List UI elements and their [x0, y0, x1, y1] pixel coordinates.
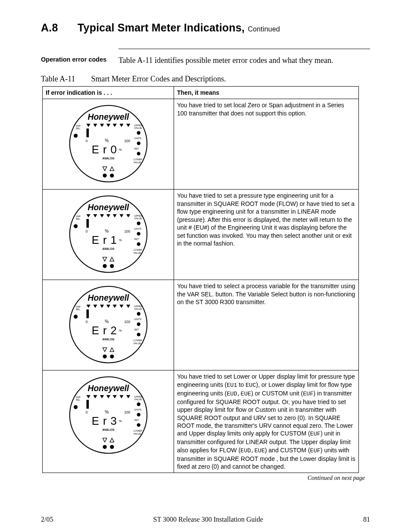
- svg-point-18: [74, 134, 78, 138]
- description-cell: You have tried to select a process varia…: [174, 280, 359, 370]
- svg-text:UNITS: UNITS: [134, 318, 141, 321]
- continued-note: Continued on next page: [41, 475, 365, 482]
- footer-date: 2/05: [41, 516, 53, 523]
- svg-point-63: [110, 264, 114, 268]
- smart-meter-icon: Honeywell 0 % 100 E r 0 % ANALOG VAR SEL…: [68, 104, 148, 184]
- svg-marker-100: [100, 395, 104, 398]
- svg-marker-6: [112, 124, 116, 127]
- description-cell: You have tried to set Lower or Upper dis…: [174, 370, 359, 473]
- svg-point-21: [137, 131, 140, 135]
- svg-text:UPPER: UPPER: [134, 215, 142, 217]
- svg-point-89: [137, 333, 140, 336]
- svg-text:%: %: [118, 420, 121, 423]
- table-header-meaning: Then, it means: [174, 87, 359, 99]
- svg-text:0: 0: [85, 229, 87, 233]
- svg-text:100: 100: [124, 410, 130, 414]
- svg-text:VAR: VAR: [75, 215, 80, 218]
- footer-page: 81: [363, 516, 370, 523]
- svg-point-87: [137, 323, 140, 326]
- svg-text:ANALOG: ANALOG: [102, 248, 114, 251]
- svg-point-126: [103, 445, 106, 449]
- svg-text:VALUE: VALUE: [134, 308, 142, 311]
- svg-marker-68: [100, 305, 104, 308]
- intro-label: Operation error codes: [41, 56, 118, 63]
- svg-rect-73: [86, 310, 89, 318]
- svg-text:100: 100: [124, 229, 130, 233]
- svg-text:100: 100: [124, 320, 130, 324]
- svg-text:100: 100: [124, 139, 130, 143]
- svg-marker-39: [119, 215, 123, 218]
- svg-marker-38: [112, 215, 116, 218]
- svg-text:VALUE: VALUE: [133, 432, 141, 435]
- smart-meter-icon: Honeywell 0 % 100 E r 3 % ANALOG VAR SEL…: [68, 375, 148, 455]
- svg-point-62: [103, 264, 106, 268]
- svg-marker-92: [103, 348, 106, 352]
- svg-text:SEL.: SEL.: [75, 399, 81, 401]
- svg-point-50: [74, 224, 78, 228]
- intro-text: Table A-11 identifies possible meter err…: [118, 56, 370, 65]
- horizontal-rule: [118, 49, 370, 49]
- svg-text:VALUE: VALUE: [133, 252, 141, 254]
- svg-text:0: 0: [85, 410, 87, 414]
- svg-text:UNITS: UNITS: [134, 409, 141, 411]
- table-label: Table A-11: [41, 75, 89, 84]
- svg-text:%: %: [105, 319, 109, 324]
- svg-text:UNITS: UNITS: [134, 137, 141, 140]
- svg-marker-69: [106, 305, 110, 308]
- svg-text:UPPER: UPPER: [134, 305, 142, 308]
- svg-text:SET: SET: [134, 329, 139, 331]
- section-continued: Continued: [248, 25, 280, 33]
- svg-marker-4: [100, 124, 104, 127]
- svg-marker-28: [103, 167, 106, 171]
- svg-text:VALUE: VALUE: [134, 398, 142, 401]
- svg-text:%: %: [118, 239, 121, 243]
- svg-marker-102: [112, 395, 116, 398]
- svg-marker-103: [119, 395, 123, 398]
- svg-point-85: [137, 312, 140, 316]
- svg-marker-37: [106, 215, 110, 218]
- svg-text:UPPER: UPPER: [134, 395, 142, 398]
- svg-text:VAR: VAR: [75, 124, 80, 127]
- svg-point-23: [137, 142, 140, 145]
- meter-cell: Honeywell 0 % 100 E r 2 % ANALOG VAR SEL…: [43, 280, 174, 370]
- section-number: A.8: [41, 22, 78, 34]
- meter-cell: Honeywell 0 % 100 E r 3 % ANALOG VAR SEL…: [43, 370, 174, 473]
- svg-marker-7: [119, 124, 123, 127]
- svg-text:UPPER: UPPER: [134, 124, 142, 127]
- section-title: Typical Smart Meter Indications,: [78, 22, 245, 34]
- svg-text:0: 0: [85, 320, 87, 324]
- svg-text:%: %: [118, 148, 121, 152]
- svg-text:ANALOG: ANALOG: [102, 338, 114, 341]
- svg-point-53: [137, 222, 140, 225]
- svg-point-94: [103, 355, 106, 358]
- intro-row: Operation error codes Table A-11 identif…: [41, 56, 370, 65]
- svg-text:SET: SET: [134, 238, 139, 241]
- svg-text:0: 0: [85, 139, 87, 143]
- svg-point-117: [137, 403, 140, 406]
- section-heading: A.8Typical Smart Meter Indications, Cont…: [41, 22, 370, 34]
- svg-rect-9: [86, 129, 89, 137]
- svg-point-82: [74, 315, 78, 319]
- svg-marker-124: [103, 439, 106, 442]
- svg-point-114: [74, 405, 78, 409]
- svg-point-31: [110, 174, 114, 177]
- svg-marker-2: [86, 124, 90, 127]
- svg-marker-70: [112, 305, 116, 308]
- svg-marker-60: [103, 258, 106, 261]
- svg-text:LOWER: LOWER: [133, 249, 142, 252]
- description-cell: You have tried to set local Zero or Span…: [174, 99, 359, 190]
- svg-text:VALUE: VALUE: [134, 127, 142, 130]
- svg-text:VAR: VAR: [75, 305, 80, 308]
- svg-text:Honeywell: Honeywell: [87, 202, 129, 212]
- svg-text:LOWER: LOWER: [133, 339, 142, 342]
- page-footer: 2/05 ST 3000 Release 300 Installation Gu…: [41, 516, 370, 523]
- svg-point-95: [110, 355, 114, 358]
- svg-marker-3: [93, 124, 97, 127]
- svg-text:VALUE: VALUE: [133, 161, 141, 164]
- svg-text:E r 2: E r 2: [91, 324, 117, 336]
- svg-text:VALUE: VALUE: [134, 218, 142, 220]
- table-header-indication: If error indication is . . .: [43, 87, 174, 99]
- svg-marker-101: [106, 395, 110, 398]
- svg-marker-104: [126, 395, 130, 398]
- svg-text:VAR: VAR: [75, 396, 80, 398]
